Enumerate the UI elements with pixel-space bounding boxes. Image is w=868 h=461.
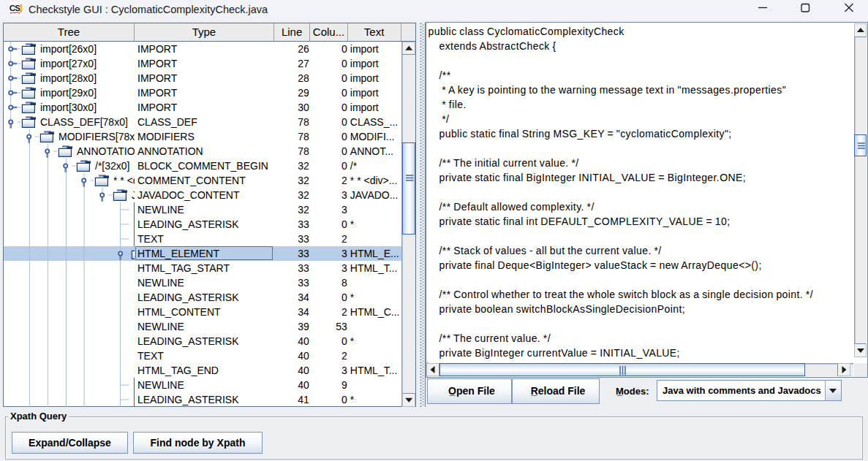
svg-text:CS: CS (10, 4, 21, 12)
